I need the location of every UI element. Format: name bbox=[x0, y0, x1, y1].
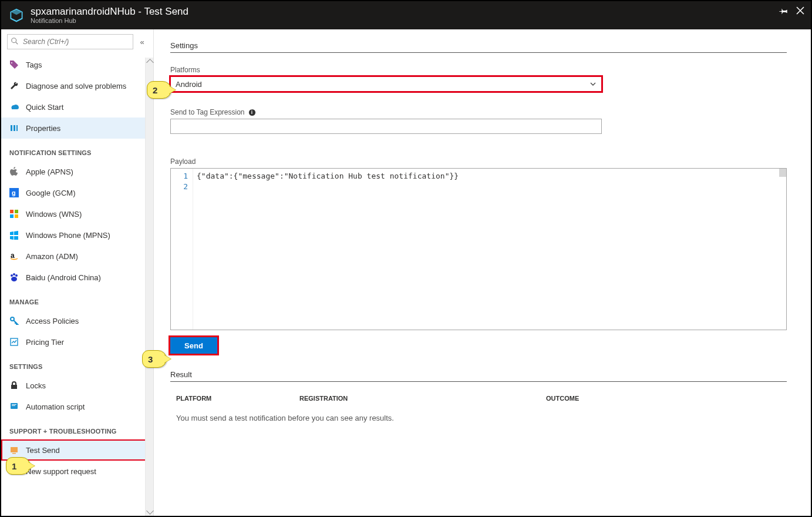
baidu-icon bbox=[9, 273, 19, 282]
payload-editor[interactable]: 12 {"data":{"message":"Notification Hub … bbox=[170, 168, 787, 330]
google-icon: g bbox=[9, 188, 19, 197]
svg-rect-18 bbox=[11, 385, 17, 389]
result-table-header: PLATFORM REGISTRATION OUTCOME bbox=[170, 391, 794, 405]
payload-label: Payload bbox=[170, 157, 794, 166]
close-icon[interactable] bbox=[796, 6, 806, 16]
sidebar-item-label: Baidu (Android China) bbox=[26, 273, 101, 282]
tag-expression-input[interactable] bbox=[170, 119, 602, 134]
section-notification-settings: NOTIFICATION SETTINGS bbox=[1, 139, 153, 161]
sidebar-item-label: Properties bbox=[26, 124, 60, 133]
apple-icon bbox=[9, 167, 19, 176]
wrench-icon bbox=[9, 81, 19, 90]
annotation-callout-2: 2 bbox=[147, 81, 171, 99]
svg-rect-22 bbox=[11, 447, 18, 452]
svg-point-15 bbox=[11, 277, 17, 281]
sidebar-item-apple[interactable]: Apple (APNS) bbox=[1, 161, 153, 182]
script-icon bbox=[9, 402, 19, 411]
sidebar-item-tags[interactable]: Tags bbox=[1, 54, 153, 75]
svg-point-14 bbox=[15, 274, 18, 277]
sidebar-item-pricing[interactable]: Pricing Tier bbox=[1, 331, 153, 352]
sidebar-item-label: New support request bbox=[26, 467, 96, 476]
sidebar-item-label: Amazon (ADM) bbox=[26, 252, 78, 261]
hub-cube-icon bbox=[8, 7, 25, 24]
sidebar-item-label: Diagnose and solve problems bbox=[26, 82, 126, 90]
sidebar-item-locks[interactable]: Locks bbox=[1, 375, 153, 396]
result-heading: Result bbox=[170, 370, 787, 382]
sidebar-item-label: Google (GCM) bbox=[26, 189, 76, 197]
sidebar-item-properties[interactable]: Properties bbox=[1, 118, 153, 139]
lock-icon bbox=[9, 381, 19, 390]
sidebar-item-label: Windows (WNS) bbox=[26, 210, 82, 219]
sidebar-scrollbar[interactable] bbox=[145, 58, 153, 516]
sidebar-item-label: Access Policies bbox=[26, 317, 79, 325]
payload-code: {"data":{"message":"Notification Hub tes… bbox=[193, 169, 462, 330]
pricing-icon bbox=[9, 337, 19, 347]
result-empty-message: You must send a test notification before… bbox=[170, 405, 794, 431]
svg-line-1 bbox=[16, 42, 18, 45]
editor-gutter: 12 bbox=[171, 169, 193, 330]
sidebar-item-google[interactable]: g Google (GCM) bbox=[1, 182, 153, 203]
annotation-callout-3: 3 bbox=[142, 350, 167, 368]
search-input[interactable] bbox=[7, 34, 133, 49]
chevron-down-icon bbox=[589, 80, 597, 88]
platforms-value: Android bbox=[176, 80, 202, 89]
sidebar-item-label: Test Send bbox=[26, 446, 60, 455]
sidebar-item-label: Apple (APNS) bbox=[26, 167, 73, 176]
test-send-icon bbox=[9, 445, 19, 455]
sidebar-item-windows[interactable]: Windows (WNS) bbox=[1, 203, 153, 224]
svg-rect-23 bbox=[12, 453, 16, 454]
sidebar: « Tags Diagnose and solve problems Quick… bbox=[1, 29, 154, 516]
sidebar-item-label: Locks bbox=[26, 381, 46, 390]
blade-header: spxamarinandroidNHub - Test Send Notific… bbox=[1, 1, 811, 29]
platforms-select[interactable]: Android bbox=[170, 76, 602, 92]
svg-rect-9 bbox=[10, 214, 14, 218]
sidebar-item-label: Quick Start bbox=[26, 103, 63, 112]
col-platform: PLATFORM bbox=[176, 395, 299, 402]
search-input-wrapper bbox=[7, 34, 133, 49]
col-outcome: OUTCOME bbox=[546, 395, 579, 402]
sidebar-item-amazon[interactable]: a Amazon (ADM) bbox=[1, 246, 153, 267]
svg-rect-10 bbox=[15, 214, 18, 218]
pin-icon[interactable] bbox=[779, 6, 790, 16]
windows-icon bbox=[9, 209, 19, 219]
sidebar-item-wp[interactable]: Windows Phone (MPNS) bbox=[1, 224, 153, 246]
svg-point-13 bbox=[13, 273, 15, 276]
section-support: SUPPORT + TROUBLESHOOTING bbox=[1, 417, 153, 439]
search-icon bbox=[11, 37, 19, 45]
svg-rect-7 bbox=[10, 210, 14, 213]
tag-expression-label-text: Send to Tag Expression bbox=[170, 108, 245, 116]
cloud-rocket-icon bbox=[9, 102, 19, 112]
info-icon[interactable]: i bbox=[248, 109, 256, 116]
svg-rect-21 bbox=[12, 405, 15, 406]
sidebar-item-label: Windows Phone (MPNS) bbox=[26, 231, 110, 240]
windows-phone-icon bbox=[9, 230, 19, 240]
settings-heading: Settings bbox=[170, 41, 787, 53]
tag-expression-label: Send to Tag Expression i bbox=[170, 108, 794, 116]
sidebar-item-diagnose[interactable]: Diagnose and solve problems bbox=[1, 75, 153, 96]
sidebar-item-label: Pricing Tier bbox=[26, 338, 64, 347]
amazon-icon: a bbox=[9, 251, 19, 261]
svg-rect-2 bbox=[11, 125, 12, 131]
key-icon bbox=[9, 316, 19, 325]
sidebar-item-quickstart[interactable]: Quick Start bbox=[1, 96, 153, 118]
tags-icon bbox=[9, 60, 19, 69]
section-settings: SETTINGS bbox=[1, 352, 153, 375]
svg-rect-4 bbox=[16, 125, 18, 131]
main-pane: Settings Platforms Android Send to Tag E… bbox=[154, 29, 811, 516]
platforms-label: Platforms bbox=[170, 66, 794, 74]
section-manage: MANAGE bbox=[1, 288, 153, 310]
svg-text:g: g bbox=[12, 189, 16, 196]
svg-rect-3 bbox=[14, 125, 15, 131]
sidebar-item-label: Automation script bbox=[26, 402, 85, 411]
collapse-sidebar-icon[interactable]: « bbox=[137, 38, 147, 46]
col-registration: REGISTRATION bbox=[299, 395, 546, 402]
sidebar-item-access-policies[interactable]: Access Policies bbox=[1, 310, 153, 331]
svg-text:i: i bbox=[251, 109, 252, 115]
properties-icon bbox=[9, 123, 19, 133]
blade-title: spxamarinandroidNHub - Test Send bbox=[31, 6, 188, 18]
svg-point-12 bbox=[11, 274, 13, 277]
send-button[interactable]: Send bbox=[170, 337, 217, 354]
svg-point-0 bbox=[12, 38, 16, 43]
sidebar-item-automation[interactable]: Automation script bbox=[1, 396, 153, 417]
sidebar-item-baidu[interactable]: Baidu (Android China) bbox=[1, 267, 153, 288]
